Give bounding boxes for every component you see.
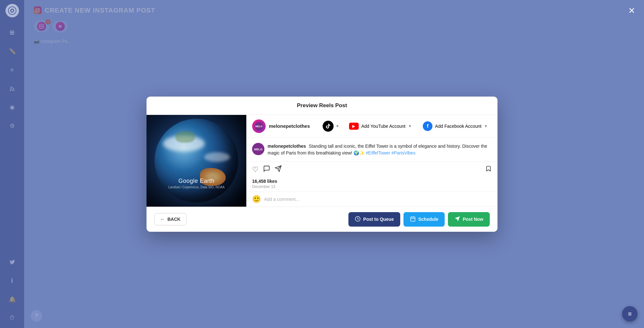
engagement-row: ♡	[246, 162, 497, 177]
post-author-name: melonepetclothes	[268, 144, 306, 149]
bookmark-icon[interactable]	[485, 165, 492, 174]
modal-footer: ← BACK Post to Queue	[147, 207, 497, 232]
comment-input-row: 🙂 Add a comment...	[246, 192, 497, 207]
tiktok-account-button[interactable]: ▼	[320, 119, 342, 133]
post-content-area: MELO melonepetclothes Standing tall and …	[246, 138, 497, 162]
back-button[interactable]: ← BACK	[154, 213, 186, 225]
emoji-icon[interactable]: 🙂	[252, 195, 261, 203]
tiktok-icon	[323, 121, 334, 132]
cloud-2	[204, 152, 230, 162]
svg-text:MELO: MELO	[254, 148, 262, 151]
svg-rect-16	[411, 217, 415, 221]
add-youtube-label: Add YouTube Account	[361, 124, 405, 129]
modal-overlay: Preview Reels Post	[0, 0, 644, 328]
post-now-button[interactable]: Post Now	[448, 212, 490, 227]
earth-image-container: Google Earth Landsat / Copernicus, Data …	[147, 115, 246, 207]
preview-modal: Preview Reels Post	[147, 97, 497, 232]
likes-section: 16,458 likes December 13	[246, 177, 497, 192]
user-avatar: MELO	[252, 119, 266, 133]
schedule-button[interactable]: Schedule	[403, 212, 445, 227]
google-earth-title: Google Earth	[147, 178, 246, 184]
add-facebook-button[interactable]: f Add Facebook Account ▼	[419, 119, 492, 133]
earth-sphere	[155, 119, 238, 202]
post-now-label: Post Now	[463, 217, 483, 222]
youtube-chevron: ▼	[408, 124, 412, 128]
footer-actions: Post to Queue Schedule	[348, 212, 490, 227]
chat-bubble[interactable]: ≡	[622, 306, 638, 322]
add-facebook-label: Add Facebook Account	[435, 124, 481, 129]
post-author-row: MELO melonepetclothes Standing tall and …	[252, 143, 492, 156]
back-label: BACK	[167, 217, 180, 222]
post-queue-label: Post to Queue	[363, 217, 394, 222]
heart-icon[interactable]: ♡	[252, 165, 259, 174]
svg-text:MELO: MELO	[255, 125, 262, 128]
modal-title: Preview Reels Post	[147, 97, 497, 115]
post-text-block: melonepetclothes Standing tall and iconi…	[268, 143, 492, 156]
facebook-icon: f	[423, 121, 432, 131]
content-panel: MELO melonepetclothes ▼	[246, 115, 497, 207]
svg-marker-21	[455, 216, 460, 221]
app-background: ⊞ ✏️ ≡ ◉ ⚙ ℹ 🔔 ⏱	[0, 0, 644, 328]
tiktok-chevron: ▼	[336, 124, 339, 128]
post-date: December 13	[252, 184, 492, 189]
schedule-label: Schedule	[418, 217, 438, 222]
add-youtube-button[interactable]: ▶ Add YouTube Account ▼	[345, 121, 416, 132]
close-button[interactable]: ✕	[626, 5, 638, 16]
comment-icon[interactable]	[263, 165, 270, 174]
schedule-icon	[410, 216, 416, 223]
hashtag-eiffel: #EiffelTower	[366, 150, 392, 155]
preview-accounts-row: MELO melonepetclothes ▼	[246, 115, 497, 138]
youtube-icon: ▶	[349, 123, 359, 130]
likes-count: 16,458 likes	[252, 179, 492, 184]
send-icon	[454, 216, 460, 223]
queue-icon	[355, 216, 361, 223]
post-author-avatar: MELO	[252, 143, 264, 155]
facebook-chevron: ▼	[484, 124, 488, 128]
preview-username: melonepetclothes	[269, 123, 310, 129]
share-icon[interactable]	[275, 165, 282, 174]
google-earth-label: Google Earth Landsat / Copernicus, Data …	[147, 178, 246, 189]
post-to-queue-button[interactable]: Post to Queue	[348, 212, 400, 227]
image-panel: Google Earth Landsat / Copernicus, Data …	[147, 115, 246, 207]
hashtag-paris: #ParisVibes	[392, 150, 415, 155]
modal-body: Google Earth Landsat / Copernicus, Data …	[147, 115, 497, 207]
back-arrow-icon: ←	[160, 217, 165, 222]
google-earth-subtitle: Landsat / Copernicus, Data SIO, NOAA	[147, 185, 246, 189]
comment-placeholder[interactable]: Add a comment...	[264, 197, 299, 202]
